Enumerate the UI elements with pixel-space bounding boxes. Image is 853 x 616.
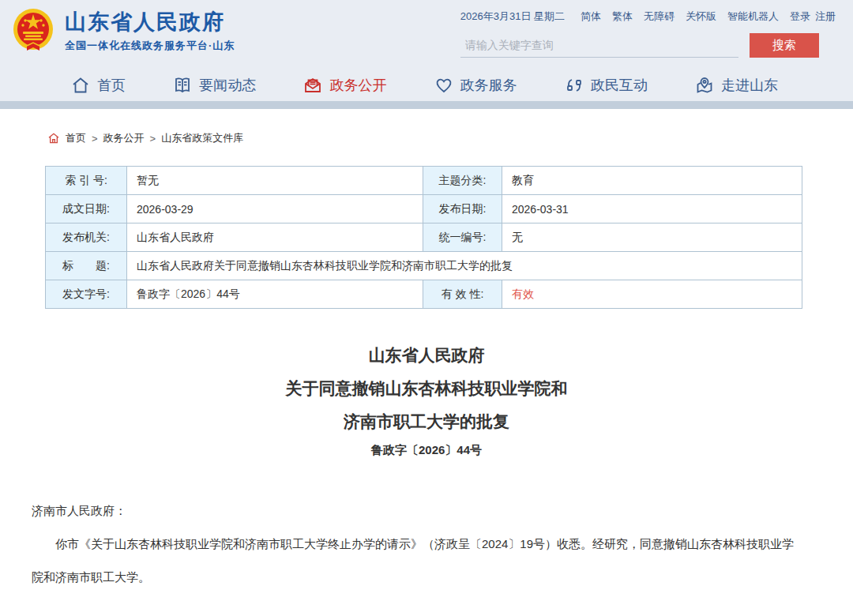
label-publish-date: 发布日期: (423, 195, 502, 223)
breadcrumb-separator: > (92, 133, 98, 145)
national-emblem-logo (13, 8, 54, 54)
value-topic: 教育 (502, 167, 802, 195)
link-smart-robot[interactable]: 智能机器人 (727, 9, 779, 24)
document-title-line3: 济南市职工大学的批复 (0, 405, 853, 438)
nav-item-news[interactable]: 要闻动态 (173, 76, 256, 95)
nav-item-discover-shandong[interactable]: 走进山东 (695, 76, 778, 95)
nav-label: 政民互动 (591, 76, 648, 95)
value-unified-no: 无 (502, 223, 802, 252)
document-title-line1: 山东省人民政府 (0, 339, 853, 372)
value-written-date: 2026-03-29 (127, 195, 423, 223)
link-login[interactable]: 登录 (790, 9, 810, 24)
table-row: 索 引 号: 暂无 主题分类: 教育 (46, 167, 802, 195)
document-title-line2: 关于同意撤销山东杏林科技职业学院和 (0, 372, 853, 405)
document-body: 济南市人民政府： 你市《关于山东杏林科技职业学院和济南市职工大学终止办学的请示》… (32, 494, 803, 594)
breadcrumb-policy-library[interactable]: 山东省政策文件库 (161, 131, 243, 145)
document-meta-table: 索 引 号: 暂无 主题分类: 教育 成文日期: 2026-03-29 发布日期… (45, 166, 802, 309)
breadcrumb: 首页 > 政务公开 > 山东省政策文件库 (47, 131, 853, 145)
label-topic: 主题分类: (423, 167, 502, 195)
table-row: 发布机关: 山东省人民政府 统一编号: 无 (46, 223, 802, 252)
value-index-no: 暂无 (127, 167, 423, 195)
nav-item-gov-disclosure[interactable]: 政务公开 (303, 76, 386, 95)
nav-item-gov-services[interactable]: 政务服务 (434, 76, 517, 95)
search-button[interactable]: 搜索 (750, 33, 819, 58)
label-validity: 有 效 性: (423, 280, 502, 309)
nav-divider-strip (0, 101, 853, 109)
label-written-date: 成文日期: (46, 195, 127, 223)
site-subtitle: 全国一体化在线政务服务平台·山东 (65, 39, 235, 53)
label-unified-no: 统一编号: (423, 223, 502, 252)
nav-label: 政务公开 (329, 76, 386, 95)
document-salutation: 济南市人民政府： (32, 494, 803, 528)
site-title: 山东省人民政府 (65, 9, 235, 35)
breadcrumb-gov-disclosure[interactable]: 政务公开 (103, 131, 145, 145)
document-signature: 山东省人民政府 2026年3月29日 (0, 608, 802, 616)
value-agency: 山东省人民政府 (127, 223, 423, 252)
nav-label: 走进山东 (721, 76, 778, 95)
document-number: 鲁政字〔2026〕44号 (0, 443, 853, 458)
label-agency: 发布机关: (46, 223, 127, 252)
value-validity: 有效 (502, 280, 802, 309)
label-index-no: 索 引 号: (46, 167, 127, 195)
nav-label: 政务服务 (460, 76, 517, 95)
link-simplified[interactable]: 简体 (581, 9, 601, 24)
utility-bar: 2026年3月31日 星期二 简体 繁体 无障碍 关怀版 智能机器人 登录 注册 (460, 9, 836, 24)
nav-item-public-interaction[interactable]: 政民互动 (565, 76, 648, 95)
home-icon (71, 76, 90, 95)
link-care-version[interactable]: 关怀版 (686, 9, 716, 24)
document-paragraph: 你市《关于山东杏林科技职业学院和济南市职工大学终止办学的请示》（济政呈〔2024… (32, 528, 803, 594)
nav-label: 要闻动态 (199, 76, 256, 95)
value-publish-date: 2026-03-31 (502, 195, 802, 223)
breadcrumb-home[interactable]: 首页 (66, 131, 86, 145)
nav-item-home[interactable]: 首页 (71, 76, 126, 95)
site-brand[interactable]: 山东省人民政府 全国一体化在线政务服务平台·山东 (13, 8, 235, 54)
main-nav: 首页 要闻动态 政务公开 政务服务 政民互动 走进山东 (0, 69, 853, 101)
link-traditional[interactable]: 繁体 (612, 9, 633, 24)
news-icon (173, 76, 192, 95)
table-row: 成文日期: 2026-03-29 发布日期: 2026-03-31 (46, 195, 802, 223)
search-input[interactable] (460, 34, 738, 58)
value-doc-no: 鲁政字〔2026〕44号 (127, 280, 423, 309)
breadcrumb-separator: > (150, 133, 156, 145)
table-row: 标 题: 山东省人民政府关于同意撤销山东杏林科技职业学院和济南市职工大学的批复 (46, 252, 802, 280)
heart-icon (434, 76, 453, 95)
document-title: 山东省人民政府 关于同意撤销山东杏林科技职业学院和 济南市职工大学的批复 (0, 339, 853, 438)
current-date: 2026年3月31日 星期二 (460, 9, 565, 24)
search-bar: 搜索 (460, 33, 836, 58)
nav-label: 首页 (97, 76, 126, 95)
map-pin-icon (695, 76, 714, 95)
value-title: 山东省人民政府关于同意撤销山东杏林科技职业学院和济南市职工大学的批复 (127, 252, 802, 280)
site-header: 山东省人民政府 全国一体化在线政务服务平台·山东 2026年3月31日 星期二 … (0, 0, 853, 69)
link-accessibility[interactable]: 无障碍 (644, 9, 675, 24)
signature-agency: 山东省人民政府 (0, 608, 802, 616)
mail-open-icon (303, 76, 322, 95)
label-title: 标 题: (46, 252, 127, 280)
link-register[interactable]: 注册 (815, 9, 836, 24)
table-row: 发文字号: 鲁政字〔2026〕44号 有 效 性: 有效 (46, 280, 802, 309)
interaction-icon (565, 76, 584, 95)
label-doc-no: 发文字号: (46, 280, 127, 309)
home-breadcrumb-icon (47, 132, 60, 145)
